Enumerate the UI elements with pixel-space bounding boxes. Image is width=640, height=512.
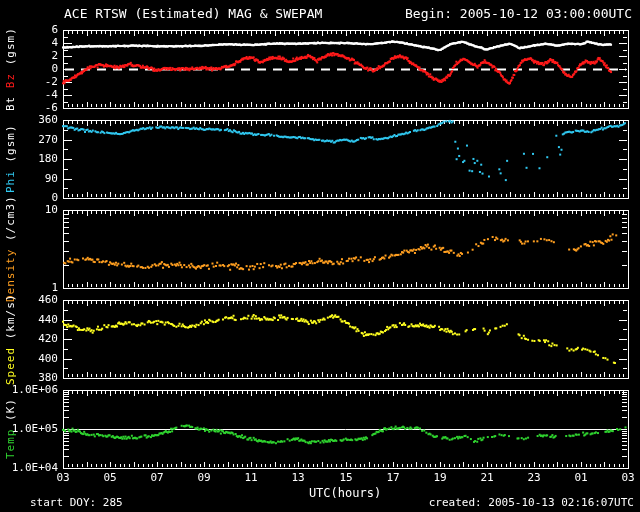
x-tick-label: 01 bbox=[563, 471, 599, 484]
x-tick-label: 23 bbox=[516, 471, 552, 484]
y-tick-label: 420 bbox=[0, 332, 58, 346]
x-tick-label: 21 bbox=[469, 471, 505, 484]
x-tick-label: 05 bbox=[92, 471, 128, 484]
y-tick-label: 6 bbox=[0, 23, 58, 37]
x-tick-label: 03 bbox=[610, 471, 640, 484]
x-tick-label: 03 bbox=[45, 471, 81, 484]
x-tick-label: 07 bbox=[139, 471, 175, 484]
y-tick-label: 0 bbox=[0, 62, 58, 76]
start-doy-label: start DOY: 285 bbox=[30, 496, 123, 509]
created-timestamp: created: 2005-10-13 02:16:07UTC bbox=[429, 496, 634, 509]
y-tick-label: 270 bbox=[0, 133, 58, 147]
y-tick-label: 440 bbox=[0, 313, 58, 327]
page-title: ACE RTSW (Estimated) MAG & SWEPAM bbox=[64, 6, 322, 21]
x-tick-label: 09 bbox=[186, 471, 222, 484]
y-tick-label: 1.0E+06 bbox=[0, 383, 58, 397]
x-tick-label: 19 bbox=[422, 471, 458, 484]
y-tick-label: 1.0E+05 bbox=[0, 422, 58, 436]
y-axis-label-part: (K) bbox=[4, 399, 17, 422]
y-tick-label: 10 bbox=[0, 203, 58, 217]
begin-timestamp: Begin: 2005-10-12 03:00:00UTC bbox=[405, 6, 632, 21]
x-axis-label: UTC(hours) bbox=[285, 486, 405, 500]
x-tick-label: 13 bbox=[280, 471, 316, 484]
y-tick-label: 360 bbox=[0, 113, 58, 127]
x-tick-label: 17 bbox=[375, 471, 411, 484]
y-tick-label: 4 bbox=[0, 36, 58, 50]
plot-canvas bbox=[0, 0, 640, 512]
y-tick-label: -2 bbox=[0, 75, 58, 89]
y-tick-label: 2 bbox=[0, 49, 58, 63]
ace-rtsw-plot: ACE RTSW (Estimated) MAG & SWEPAM Begin:… bbox=[0, 0, 640, 512]
x-tick-label: 11 bbox=[233, 471, 269, 484]
x-tick-label: 15 bbox=[328, 471, 364, 484]
y-tick-label: 460 bbox=[0, 293, 58, 307]
y-tick-label: 180 bbox=[0, 152, 58, 166]
